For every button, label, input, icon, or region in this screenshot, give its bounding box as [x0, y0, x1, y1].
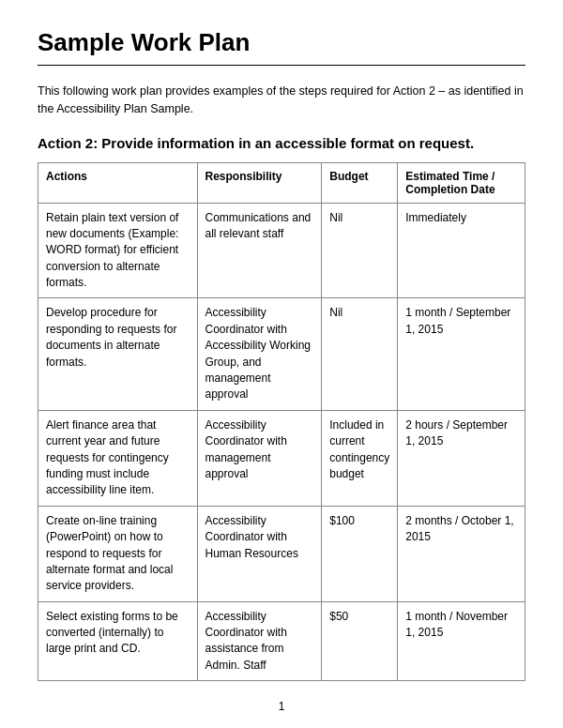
cell-estimated-2: 2 hours / September 1, 2015 [398, 410, 525, 506]
page-number: 1 [38, 700, 525, 713]
cell-responsibility-1: Accessibility Coordinator with Accessibi… [197, 298, 322, 410]
cell-responsibility-2: Accessibility Coordinator with managemen… [197, 410, 322, 506]
header-actions: Actions [38, 162, 198, 203]
cell-budget-2: Included in current contingency budget [322, 410, 398, 506]
cell-budget-0: Nil [322, 203, 398, 298]
cell-estimated-1: 1 month / September 1, 2015 [398, 298, 525, 410]
table-row: Retain plain text version of new documen… [38, 203, 525, 298]
work-plan-table: Actions Responsibility Budget Estimated … [38, 162, 525, 682]
page-title: Sample Work Plan [38, 28, 525, 57]
cell-actions-0: Retain plain text version of new documen… [38, 203, 198, 298]
cell-responsibility-4: Accessibility Coordinator with assistanc… [197, 601, 322, 681]
table-row: Alert finance area that current year and… [38, 410, 525, 506]
table-row: Create on-line training (PowerPoint) on … [38, 506, 525, 601]
cell-estimated-0: Immediately [398, 203, 525, 298]
cell-estimated-4: 1 month / November 1, 2015 [398, 601, 525, 681]
header-budget: Budget [322, 162, 398, 203]
cell-actions-4: Select existing forms to be converted (i… [38, 601, 198, 681]
title-divider [38, 65, 525, 66]
cell-actions-2: Alert finance area that current year and… [38, 410, 198, 506]
cell-actions-3: Create on-line training (PowerPoint) on … [38, 506, 198, 601]
table-row: Select existing forms to be converted (i… [38, 601, 525, 681]
header-responsibility: Responsibility [197, 162, 322, 203]
cell-actions-1: Develop procedure for responding to requ… [38, 298, 198, 410]
cell-budget-3: $100 [322, 506, 398, 601]
table-row: Develop procedure for responding to requ… [38, 298, 525, 410]
intro-paragraph: This following work plan provides exampl… [38, 83, 525, 118]
cell-responsibility-3: Accessibility Coordinator with Human Res… [197, 506, 322, 601]
cell-responsibility-0: Communications and all relevant staff [197, 203, 322, 298]
cell-budget-1: Nil [322, 298, 398, 410]
cell-budget-4: $50 [322, 601, 398, 681]
action-heading: Action 2: Provide information in an acce… [38, 135, 525, 151]
header-estimated: Estimated Time / Completion Date [398, 162, 525, 203]
cell-estimated-3: 2 months / October 1, 2015 [398, 506, 525, 601]
